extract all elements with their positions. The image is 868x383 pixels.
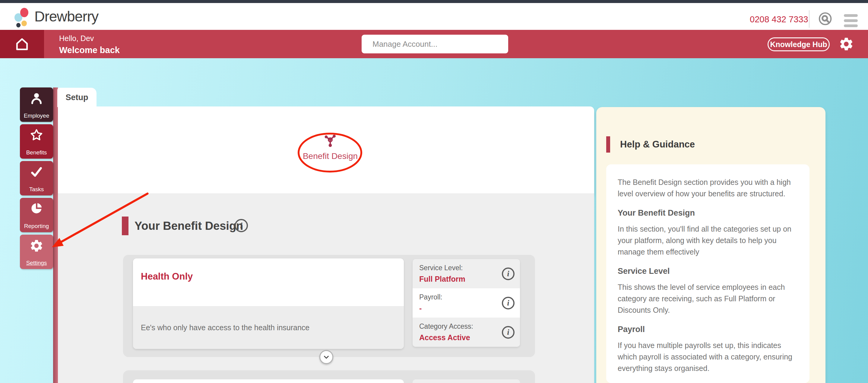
help-heading: Your Benefit Design xyxy=(618,209,798,218)
sidebar-item-employee[interactable]: Employee xyxy=(20,88,53,122)
category-name: Health Only xyxy=(141,271,193,282)
detail-row-category-access: Category Access: Access Active i xyxy=(412,318,520,347)
sidebar-strip xyxy=(53,88,58,383)
browser-top-strip xyxy=(0,0,868,3)
help-heading: Service Level xyxy=(618,266,798,276)
expand-category-button[interactable] xyxy=(319,350,333,364)
berry-logo-icon xyxy=(14,5,31,28)
sidebar-item-reporting[interactable]: Reporting xyxy=(20,198,53,232)
detail-row-payroll: Payroll: - i xyxy=(412,288,520,318)
home-button[interactable] xyxy=(0,30,44,58)
home-icon xyxy=(14,36,30,52)
star-icon xyxy=(30,128,43,142)
gear-icon xyxy=(29,238,44,253)
benefit-design-label: Benefit Design xyxy=(294,151,367,161)
category-summary-card[interactable] xyxy=(133,379,404,383)
sidebar-item-label: Settings xyxy=(26,260,47,266)
sidebar-item-label: Benefits xyxy=(26,149,47,156)
manage-account-input[interactable] xyxy=(362,35,508,53)
greeting-block: Hello, Dev Welcome back xyxy=(59,34,120,55)
help-accent-bar xyxy=(606,136,610,153)
category-description: Ee's who only have access to the health … xyxy=(141,323,309,332)
search-icon[interactable] xyxy=(817,11,834,28)
pie-chart-icon xyxy=(30,202,43,215)
brand-name: Drewberry xyxy=(34,8,98,25)
menu-icon[interactable] xyxy=(844,14,858,30)
section-info-icon[interactable]: i xyxy=(235,219,248,232)
section-title: Your Benefit Design xyxy=(134,220,243,232)
sidebar-item-label: Employee xyxy=(24,113,50,119)
category-card-health-only: Health Only Ee's who only have access to… xyxy=(123,255,535,357)
category-detail-column: Service Level: Full Platform i Payroll: … xyxy=(412,259,520,347)
sidebar-item-benefits[interactable]: Benefits xyxy=(20,124,53,159)
category-card-next xyxy=(123,370,535,383)
greeting-text: Hello, Dev xyxy=(59,34,120,43)
tab-setup[interactable]: Setup xyxy=(57,88,96,107)
sidebar-item-settings[interactable]: Settings xyxy=(20,235,53,269)
help-paragraph: In this section, you'll find all the cat… xyxy=(618,223,798,258)
sidebar-item-tasks[interactable]: Tasks xyxy=(20,161,53,195)
help-intro: The Benefit Design section provides you … xyxy=(618,177,798,199)
info-icon[interactable]: i xyxy=(502,297,515,310)
sidebar-item-label: Reporting xyxy=(24,223,49,229)
detail-row-service-level: Service Level: Full Platform i xyxy=(412,259,520,288)
sidebar-item-label: Tasks xyxy=(29,186,44,193)
benefit-design-molecule-icon xyxy=(322,132,339,149)
site-header: Drewberry 0208 432 7333 xyxy=(0,3,868,30)
section-accent-bar xyxy=(122,217,128,235)
chevron-down-icon xyxy=(322,353,330,361)
check-icon xyxy=(30,165,43,179)
account-navbar: Hello, Dev Welcome back Knowledge Hub xyxy=(0,30,868,58)
help-guidance-panel: Help & Guidance The Benefit Design secti… xyxy=(596,107,826,383)
category-detail-column xyxy=(412,379,520,383)
drewberry-logo[interactable]: Drewberry xyxy=(14,3,98,30)
person-icon xyxy=(30,91,43,105)
welcome-text: Welcome back xyxy=(59,45,120,55)
help-paragraph: This shows the level of service employee… xyxy=(618,281,798,316)
help-title: Help & Guidance xyxy=(620,139,695,150)
category-summary-card[interactable]: Health Only Ee's who only have access to… xyxy=(133,258,404,349)
header-divider xyxy=(809,10,809,28)
help-paragraph: If you have multiple payrolls set up, th… xyxy=(618,340,798,374)
knowledge-hub-button[interactable]: Knowledge Hub xyxy=(768,37,830,51)
app-root: Drewberry 0208 432 7333 Hello, Dev Welco… xyxy=(0,0,868,383)
help-content-card: The Benefit Design section provides you … xyxy=(606,164,809,383)
settings-gear-icon[interactable] xyxy=(838,36,854,52)
benefit-design-item[interactable]: Benefit Design xyxy=(294,132,367,161)
phone-number[interactable]: 0208 432 7333 xyxy=(750,14,808,25)
info-icon[interactable]: i xyxy=(502,326,515,339)
help-heading: Payroll xyxy=(618,325,798,334)
info-icon[interactable]: i xyxy=(502,267,515,280)
